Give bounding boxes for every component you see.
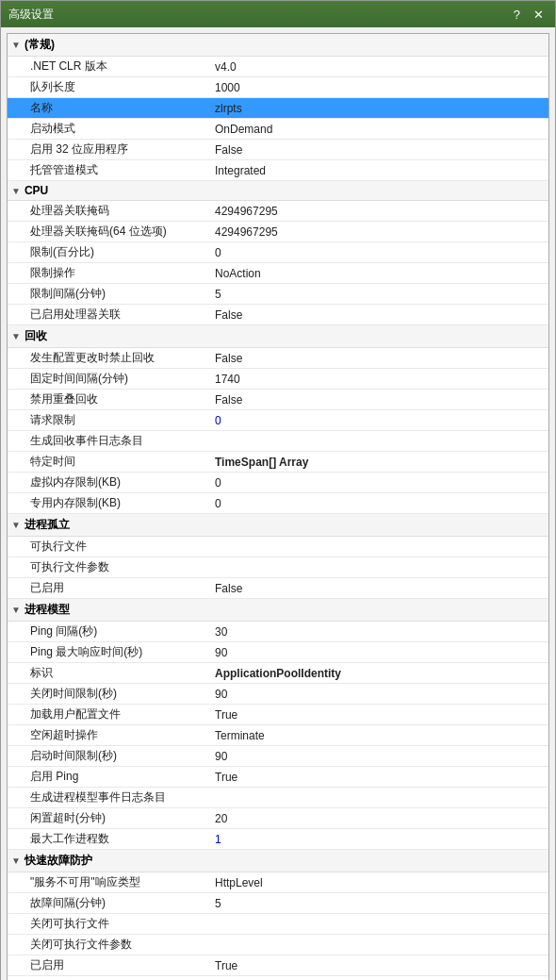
row-label: 限制操作 [8,265,215,281]
row-label: 最大工作进程数 [8,831,215,847]
help-button[interactable]: ? [510,8,524,22]
table-row[interactable]: 空闲超时操作Terminate [8,725,548,746]
chevron-icon: ▼ [11,605,21,615]
row-value: 90 [215,750,545,763]
table-row[interactable]: Ping 间隔(秒)30 [8,622,548,642]
row-value: 20 [215,812,545,825]
close-button[interactable]: ✕ [530,8,548,22]
row-value: False [215,352,545,365]
row-value: False [215,393,545,407]
row-label: Ping 间隔(秒) [8,623,215,639]
row-label: 固定时间间隔(分钟) [8,371,215,387]
table-row[interactable]: 虚拟内存限制(KB)0 [8,473,548,493]
main-window: 高级设置 ? ✕ ▼(常规).NET CLR 版本v4.0队列长度1000名称z… [0,0,556,980]
row-label: 关闭时间限制(秒) [8,686,215,702]
table-row[interactable]: 启用 32 位应用程序False [8,140,548,160]
row-value: False [215,308,545,322]
table-row[interactable]: 关闭时间限制(秒)90 [8,684,548,705]
table-row[interactable]: 固定时间间隔(分钟)1740 [8,369,548,390]
row-label: 已启用 [8,580,215,596]
table-row[interactable]: 特定时间TimeSpan[] Array [8,452,548,473]
row-value: v4.0 [215,60,545,74]
section-label: CPU [25,184,48,197]
row-label: 启用 32 位应用程序 [8,141,215,158]
table-row[interactable]: 限制间隔(分钟)5 [8,284,548,305]
row-label: 闲置超时(分钟) [8,810,215,826]
row-value: TimeSpan[] Array [215,456,545,469]
row-label: 特定时间 [8,454,215,470]
table-row[interactable]: 生成回收事件日志条目 [8,431,548,452]
section-header-recycle[interactable]: ▼回收 [8,325,548,348]
table-row[interactable]: 标识ApplicationPoolIdentity [8,663,548,684]
row-label: 启用 Ping [8,769,215,785]
table-row[interactable]: 处理器关联掩码4294967295 [8,201,548,222]
table-row[interactable]: 已启用True [8,955,548,976]
row-value: 5 [215,288,545,301]
table-row[interactable]: Ping 最大响应时间(秒)90 [8,642,548,663]
table-row[interactable]: 已启用处理器关联False [8,305,548,325]
table-row[interactable]: 加载用户配置文件True [8,705,548,725]
table-row[interactable]: 最大故障数5 [8,976,548,980]
table-row[interactable]: 启动时间限制(秒)90 [8,746,548,767]
table-row[interactable]: 处理器关联掩码(64 位选项)4294967295 [8,222,548,242]
table-row[interactable]: 可执行文件 [8,537,548,557]
table-row[interactable]: "服务不可用"响应类型HttpLevel [8,872,548,893]
row-value: 5 [215,897,545,910]
settings-panel[interactable]: ▼(常规).NET CLR 版本v4.0队列长度1000名称zlrpts启动模式… [7,33,549,980]
row-value: 90 [215,646,545,659]
section-label: (常规) [25,37,55,53]
table-row[interactable]: 生成进程模型事件日志条目 [8,788,548,808]
content-area: ▼(常规).NET CLR 版本v4.0队列长度1000名称zlrpts启动模式… [1,27,555,980]
chevron-icon: ▼ [11,40,21,50]
row-value: True [215,959,545,972]
row-label: 限制(百分比) [8,244,215,260]
row-label: 故障间隔(分钟) [8,895,215,911]
table-row[interactable]: 启动模式OnDemand [8,119,548,140]
row-value: ApplicationPoolIdentity [215,667,545,680]
row-label: Ping 最大响应时间(秒) [8,644,215,660]
chevron-icon: ▼ [11,520,21,530]
table-row[interactable]: 启用 PingTrue [8,767,548,788]
row-label: 已启用处理器关联 [8,307,215,323]
row-label: 生成进程模型事件日志条目 [8,789,215,806]
section-header-process_orphan[interactable]: ▼进程孤立 [8,514,548,537]
row-label: 处理器关联掩码 [8,203,215,219]
table-row[interactable]: .NET CLR 版本v4.0 [8,57,548,77]
table-row[interactable]: 专用内存限制(KB)0 [8,493,548,514]
row-value: HttpLevel [215,876,545,889]
table-row[interactable]: 关闭可执行文件 [8,914,548,935]
table-row[interactable]: 可执行文件参数 [8,557,548,578]
row-value: 0 [215,246,545,259]
table-row[interactable]: 闲置超时(分钟)20 [8,808,548,829]
table-row[interactable]: 已启用False [8,578,548,599]
section-header-process_model[interactable]: ▼进程模型 [8,599,548,622]
section-label: 回收 [25,328,47,344]
section-header-rapid_fail[interactable]: ▼快速故障防护 [8,850,548,872]
table-row[interactable]: 关闭可执行文件参数 [8,935,548,955]
section-header-general[interactable]: ▼(常规) [8,34,548,57]
title-bar: 高级设置 ? ✕ [1,1,555,27]
table-row[interactable]: 发生配置更改时禁止回收False [8,348,548,369]
row-label: 启动模式 [8,121,215,137]
row-value: 90 [215,688,545,701]
row-label: 处理器关联掩码(64 位选项) [8,224,215,240]
table-row[interactable]: 最大工作进程数1 [8,829,548,850]
row-label: "服务不可用"响应类型 [8,874,215,890]
table-row[interactable]: 托管管道模式Integrated [8,160,548,181]
row-value: Integrated [215,164,545,177]
row-value: 1000 [215,81,545,94]
table-row[interactable]: 请求限制0 [8,410,548,431]
table-row[interactable]: 故障间隔(分钟)5 [8,893,548,914]
row-value: OnDemand [215,123,545,136]
section-header-cpu[interactable]: ▼CPU [8,181,548,201]
table-row[interactable]: 限制(百分比)0 [8,242,548,263]
table-row[interactable]: 队列长度1000 [8,77,548,98]
row-value: True [215,771,545,784]
table-row[interactable]: 禁用重叠回收False [8,390,548,410]
row-label: 关闭可执行文件 [8,916,215,932]
row-label: 专用内存限制(KB) [8,495,215,511]
table-row[interactable]: 名称zlrpts [8,98,548,119]
row-value: 0 [215,476,545,490]
row-label: 禁用重叠回收 [8,391,215,407]
table-row[interactable]: 限制操作NoAction [8,263,548,284]
